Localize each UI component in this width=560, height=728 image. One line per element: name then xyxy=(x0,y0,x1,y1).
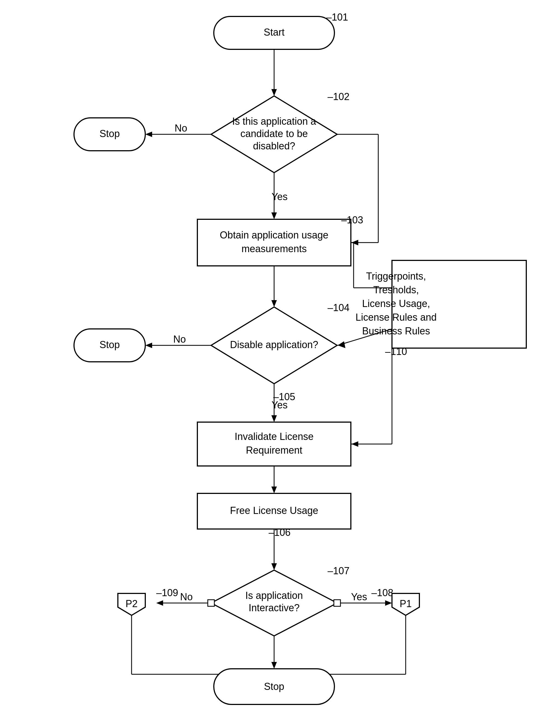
process2-node xyxy=(197,422,351,466)
svg-marker-28 xyxy=(156,600,163,606)
start-label: Start xyxy=(264,27,285,38)
svg-marker-20 xyxy=(351,441,358,447)
svg-marker-24 xyxy=(271,563,277,570)
svg-marker-26 xyxy=(385,600,392,606)
svg-marker-5 xyxy=(271,212,277,219)
svg-marker-17 xyxy=(271,415,277,422)
side-box-label3: License Usage, xyxy=(362,298,430,309)
svg-marker-42 xyxy=(351,240,358,245)
ref-107: –107 xyxy=(328,565,349,576)
svg-marker-1 xyxy=(271,89,277,96)
side-box-label2: Tresholds, xyxy=(373,284,419,295)
process3-label: Free License Usage xyxy=(230,505,318,516)
process1-node xyxy=(197,219,351,266)
diamond1-label3: disabled? xyxy=(253,140,295,152)
no-label-1: No xyxy=(175,123,187,134)
svg-marker-13 xyxy=(338,341,345,348)
diamond2-label: Disable application? xyxy=(230,339,318,350)
process1-label1: Obtain application usage xyxy=(220,229,328,241)
diamond3-label1: Is application xyxy=(245,590,303,601)
svg-rect-29 xyxy=(208,600,214,606)
stop2-label: Stop xyxy=(100,339,120,350)
diamond1-label2: candidate to be xyxy=(240,128,308,139)
side-box-label1: Triggerpoints, xyxy=(366,271,426,282)
ref-105: –105 xyxy=(273,391,295,402)
yes-label-1: Yes xyxy=(272,191,288,202)
yes-label-3: Yes xyxy=(351,591,367,602)
ref-104: –104 xyxy=(328,302,349,313)
svg-marker-15 xyxy=(145,343,152,348)
svg-marker-22 xyxy=(271,487,277,493)
conn-p1-label: P1 xyxy=(400,598,412,609)
stop3-label: Stop xyxy=(264,681,284,692)
conn-p2-label: P2 xyxy=(126,598,138,609)
svg-rect-30 xyxy=(334,600,340,606)
process2-label1: Invalidate License xyxy=(235,431,314,442)
no-label-3: No xyxy=(180,591,193,602)
ref-102: –102 xyxy=(328,91,349,102)
svg-marker-3 xyxy=(145,132,152,137)
no-label-2: No xyxy=(173,334,186,345)
ref-103: –103 xyxy=(341,214,363,226)
ref-106: –106 xyxy=(269,527,291,538)
diamond1-label1: Is this application a xyxy=(232,116,316,127)
stop1-label: Stop xyxy=(100,128,120,139)
ref-101: –101 xyxy=(326,12,348,23)
side-box-label4: License Rules and xyxy=(356,312,437,323)
svg-marker-7 xyxy=(271,300,277,307)
process1-label2: measurements xyxy=(241,243,307,254)
svg-marker-32 xyxy=(271,662,277,669)
ref-108: –108 xyxy=(371,587,393,598)
ref-109: –109 xyxy=(156,587,178,598)
ref-110: –110 xyxy=(385,346,407,357)
flowchart-diagram: Start –101 Is this application a candida… xyxy=(0,0,560,728)
diamond3-label2: Interactive? xyxy=(249,602,300,613)
process2-label2: Requirement xyxy=(246,445,302,456)
